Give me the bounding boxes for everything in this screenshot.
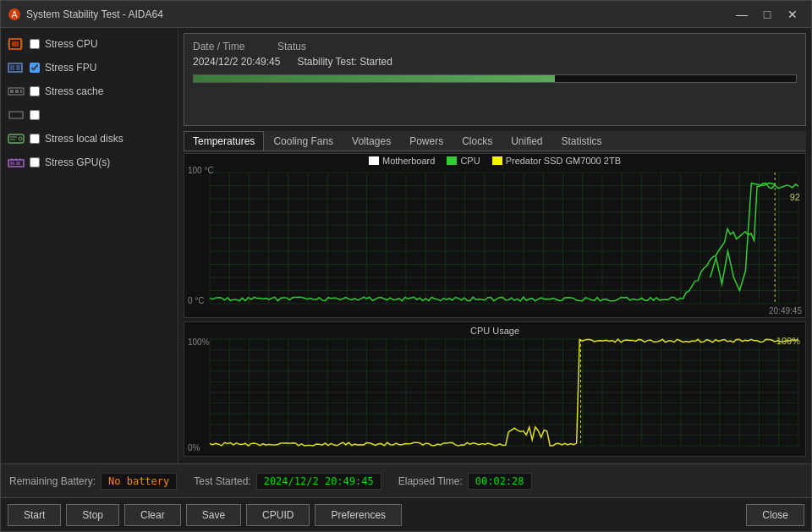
window-controls: — □ ✕ <box>730 6 804 23</box>
start-button[interactable]: Start <box>8 504 61 526</box>
fpu-icon <box>8 61 25 74</box>
temp-y-min-label: 0 °C <box>188 296 205 305</box>
title-bar: A System Stability Test - AIDA64 — □ ✕ <box>1 1 811 28</box>
main-window: A System Stability Test - AIDA64 — □ ✕ <box>0 0 812 532</box>
right-panel: Date / Time Status 2024/12/2 20:49:45 St… <box>178 28 811 463</box>
stress-fpu-label[interactable]: Stress FPU <box>45 62 96 74</box>
tabs-container: Temperatures Cooling Fans Voltages Power… <box>184 131 806 151</box>
status-value: Stability Test: Started <box>297 56 392 68</box>
stress-cpu-row: Stress CPU <box>8 35 171 53</box>
svg-rect-11 <box>10 65 14 70</box>
date-time-label: Date / Time <box>193 41 261 52</box>
svg-rect-24 <box>16 162 20 165</box>
stress-gpu-row: Stress GPU(s) <box>8 153 171 172</box>
battery-status-item: Remaining Battery: No battery <box>9 473 177 490</box>
svg-rect-3 <box>12 41 19 47</box>
battery-value: No battery <box>101 473 177 490</box>
main-content: Stress CPU Stress FPU <box>1 28 811 463</box>
tab-clocks[interactable]: Clocks <box>453 131 502 151</box>
stress-gpu-label[interactable]: Stress GPU(s) <box>45 156 110 168</box>
cache-icon <box>8 85 25 98</box>
stress-disks-label[interactable]: Stress local disks <box>45 133 123 145</box>
minimize-button[interactable]: — <box>730 6 754 23</box>
stress-fpu-row: Stress FPU <box>8 58 171 77</box>
window-close-button[interactable]: ✕ <box>781 6 804 23</box>
disk-icon <box>8 132 25 145</box>
stop-button[interactable]: Stop <box>66 504 119 526</box>
test-started-label: Test Started: <box>194 475 250 487</box>
tab-voltages[interactable]: Voltages <box>343 131 400 151</box>
legend-cpu: CPU <box>447 156 480 166</box>
svg-rect-14 <box>10 90 14 93</box>
stress-fpu-checkbox[interactable] <box>30 63 40 73</box>
temp-chart-legend: Motherboard CPU Predator SSD GM7000 2TB <box>184 154 805 167</box>
cpu-chart-canvas <box>184 322 806 457</box>
temp-x-time-label: 20:49:45 <box>769 306 802 315</box>
info-box: Date / Time Status 2024/12/2 20:49:45 St… <box>184 33 806 126</box>
svg-rect-18 <box>8 134 24 143</box>
progress-bar-fill <box>194 75 555 82</box>
left-panel: Stress CPU Stress FPU <box>1 28 178 463</box>
stress-extra-checkbox[interactable] <box>30 110 40 120</box>
cpu-usage-chart: CPU Usage 100% 0% 100% <box>184 321 806 457</box>
bottom-buttons-bar: Start Stop Clear Save CPUID Preferences … <box>1 497 811 531</box>
cpu-y-max-label: 100% <box>188 337 210 347</box>
preferences-button[interactable]: Preferences <box>315 504 402 526</box>
temp-peak-label: 92 <box>790 192 800 202</box>
gpu-icon <box>8 156 25 169</box>
maximize-button[interactable]: □ <box>755 6 779 23</box>
date-time-value: 2024/12/2 20:49:45 <box>193 56 280 68</box>
cpuid-button[interactable]: CPUID <box>246 504 310 526</box>
stress-gpu-checkbox[interactable] <box>30 157 40 167</box>
stress-cpu-checkbox[interactable] <box>30 39 40 49</box>
tab-statistics[interactable]: Statistics <box>552 131 612 151</box>
info-header-row: Date / Time Status <box>193 41 797 52</box>
stress-cache-checkbox[interactable] <box>30 86 40 96</box>
elapsed-time-label: Elapsed Time: <box>398 475 463 487</box>
svg-rect-12 <box>16 65 20 70</box>
window-title: System Stability Test - AIDA64 <box>26 8 730 20</box>
progress-bar <box>193 74 797 83</box>
close-button[interactable]: Close <box>746 504 804 526</box>
svg-text:A: A <box>12 10 18 19</box>
tab-temperatures[interactable]: Temperatures <box>184 131 264 151</box>
cpu-chart-title: CPU Usage <box>184 322 805 337</box>
elapsed-time-item: Elapsed Time: 00:02:28 <box>398 473 532 490</box>
stress-cache-row: Stress cache <box>8 82 171 101</box>
status-header-label: Status <box>277 41 345 52</box>
tab-cooling-fans[interactable]: Cooling Fans <box>264 131 343 151</box>
tab-unified[interactable]: Unified <box>502 131 551 151</box>
svg-rect-23 <box>10 162 14 165</box>
test-started-value: 2024/12/2 20:49:45 <box>256 473 381 490</box>
elapsed-time-value: 00:02:28 <box>468 473 532 490</box>
cpu-icon <box>8 37 25 51</box>
save-button[interactable]: Save <box>186 504 241 526</box>
stress-cache-label[interactable]: Stress cache <box>45 85 103 97</box>
temperature-chart: Motherboard CPU Predator SSD GM7000 2TB … <box>184 153 806 318</box>
test-started-item: Test Started: 2024/12/2 20:49:45 <box>194 473 381 490</box>
stress-disks-checkbox[interactable] <box>30 134 40 144</box>
legend-motherboard: Motherboard <box>369 156 435 166</box>
charts-area: Motherboard CPU Predator SSD GM7000 2TB … <box>184 151 806 458</box>
extra-icon <box>8 108 25 122</box>
stress-disks-row: Stress local disks <box>8 129 171 148</box>
svg-rect-15 <box>15 90 19 93</box>
legend-motherboard-box <box>369 156 379 165</box>
tab-powers[interactable]: Powers <box>400 131 453 151</box>
svg-point-19 <box>19 137 22 140</box>
app-icon: A <box>8 8 21 21</box>
cpu-y-min-label: 0% <box>188 443 200 452</box>
clear-button[interactable]: Clear <box>124 504 181 526</box>
temp-chart-canvas <box>184 154 806 318</box>
legend-ssd-box <box>492 156 502 165</box>
battery-label: Remaining Battery: <box>9 475 96 487</box>
stress-cpu-label[interactable]: Stress CPU <box>45 38 98 50</box>
stress-extra-row <box>8 106 171 124</box>
legend-cpu-box <box>447 156 457 165</box>
svg-rect-17 <box>9 112 23 118</box>
legend-ssd: Predator SSD GM7000 2TB <box>492 156 621 166</box>
svg-rect-16 <box>20 90 22 93</box>
bottom-status-bar: Remaining Battery: No battery Test Start… <box>1 463 811 497</box>
info-values-row: 2024/12/2 20:49:45 Stability Test: Start… <box>193 56 797 68</box>
